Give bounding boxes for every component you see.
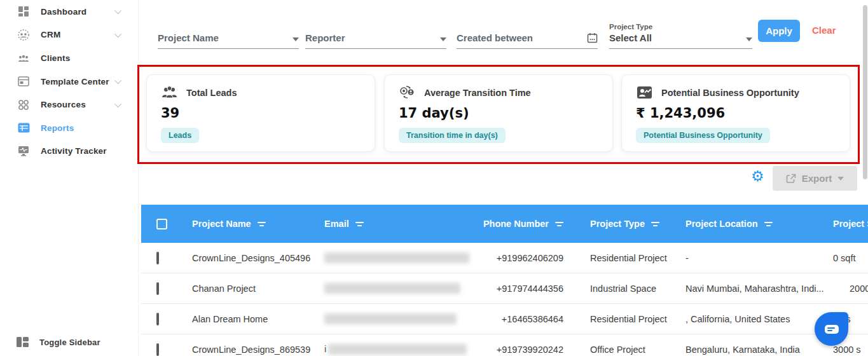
column-header-phone-number[interactable]: Phone Number [435,219,580,229]
cell-phone: +16465386464 [435,314,580,324]
row-checkbox[interactable] [156,313,159,325]
column-header-label: Project Location [685,219,758,229]
crm-icon [17,29,30,41]
chevron-down-icon [440,38,446,41]
stat-card-average-transition-time: Average Transition Time 17 day(s) Transi… [384,74,613,152]
transition-time-icon [399,85,416,100]
chevron-down-icon [746,38,752,41]
cell-project-size: 20000 [819,284,868,294]
redacted-email [324,313,457,324]
chevron-down-icon [114,100,121,107]
cell-project-location: - [685,253,819,263]
sidebar-item-template-center[interactable]: Template Center [0,70,138,93]
stat-card-potential-business-opportunity: Potential Business Opportunity ₹ 1,243,0… [621,74,850,152]
row-checkbox[interactable] [156,343,159,356]
project-name-filter[interactable]: Project Name [158,25,299,49]
column-header-project-size[interactable]: Project Size [819,219,868,229]
column-header-label: Project Name [192,219,251,229]
cell-email: i [322,344,435,355]
chevron-down-icon [837,177,844,181]
chat-launcher-button[interactable] [815,312,848,346]
sidebar: Dashboard CRM Clients Template Center Re… [0,0,139,356]
column-header-label: Project Type [590,219,645,229]
business-opportunity-icon [636,85,653,100]
card-value: 17 day(s) [399,106,598,121]
select-all-checkbox[interactable] [156,219,167,229]
card-title: Potential Business Opportunity [661,88,799,98]
apply-button[interactable]: Apply [758,20,800,42]
cell-project-size: 3000 s [819,345,868,355]
column-header-email[interactable]: Email [322,219,435,229]
scrollbar-thumb[interactable] [863,5,867,179]
sidebar-item-crm[interactable]: CRM [0,24,138,47]
table-row[interactable]: CrownLine_Designs_869539 i +919739920242… [141,334,868,356]
calendar-icon [587,32,598,43]
toggle-sidebar-button[interactable]: Toggle Sidebar [16,336,100,348]
sidebar-item-activity-tracker[interactable]: Activity Tracker [0,140,138,163]
cell-project-location: Navi Mumbai, Maharashtra, Indi... [685,284,819,294]
column-header-project-name[interactable]: Project Name [177,219,322,229]
column-header-project-location[interactable]: Project Location [685,219,819,229]
sidebar-item-clients[interactable]: Clients [0,46,138,70]
sort-filter-icon[interactable] [651,222,659,226]
sidebar-item-label: Reports [41,123,74,133]
cell-project-name: CrownLine_Designs_405496 [177,253,322,263]
sort-filter-icon[interactable] [555,222,563,226]
sidebar-item-label: Activity Tracker [41,146,107,156]
sidebar-item-label: Clients [41,53,70,63]
redacted-email [324,252,469,263]
created-between-filter-label: Created between [457,32,533,43]
cell-project-name: CrownLine_Designs_869539 [177,345,322,355]
table-header-row: Project Name Email Phone Number Project … [141,205,868,243]
cell-project-type: Office Project [580,345,685,355]
sort-filter-icon[interactable] [764,222,773,226]
reports-icon [17,121,30,134]
clear-button[interactable]: Clear [812,25,836,36]
reporter-filter[interactable]: Reporter [305,25,446,49]
row-checkbox[interactable] [156,252,159,264]
sidebar-item-resources[interactable]: Resources [0,93,138,116]
sidebar-item-label: CRM [41,30,60,39]
project-name-filter-label: Project Name [158,32,219,43]
card-badge: Potential Business Opportunity [636,128,770,143]
column-header-label: Email [324,219,349,229]
stat-card-total-leads: Total Leads 39 Leads [146,74,375,152]
sidebar-item-label: Template Center [41,77,109,86]
cell-project-size: 0 sqft [819,253,868,263]
cell-project-type: Industrial Space [580,284,685,294]
row-checkbox[interactable] [156,282,159,295]
sidebar-item-reports[interactable]: Reports [0,116,138,140]
chevron-down-icon [293,38,299,41]
card-badge: Leads [161,128,199,143]
column-header-project-type[interactable]: Project Type [580,219,685,229]
cell-project-type: Residential Project [580,314,685,324]
cell-email [322,313,435,325]
cell-project-location: Bengaluru, Karnataka, India [685,345,819,355]
export-button[interactable]: Export [773,166,857,191]
project-type-filter-value: Select All [609,32,652,43]
redacted-email [328,344,467,355]
resources-icon [17,99,30,111]
project-type-filter[interactable]: Select All [609,25,752,49]
table-row[interactable]: CrownLine_Designs_405496 +919962406209 R… [141,243,868,273]
cell-project-name: Alan Dream Home [177,314,322,324]
card-title: Total Leads [186,88,237,98]
cell-project-type: Residential Project [580,253,685,263]
export-icon [786,174,796,183]
card-value: 39 [161,106,361,121]
table-row[interactable]: Alan Dream Home +16465386464 Residential… [141,304,868,334]
projects-table: Project Name Email Phone Number Project … [141,205,868,356]
column-header-label: Phone Number [483,219,549,229]
column-header-label: Project Size [833,219,868,229]
toggle-sidebar-label: Toggle Sidebar [39,338,100,347]
gear-icon[interactable]: ⚙ [751,169,764,184]
sort-filter-icon[interactable] [355,222,364,226]
redacted-email [324,283,460,294]
created-between-filter[interactable]: Created between [457,25,598,49]
table-row[interactable]: Chanan Project +917974444356 Industrial … [141,273,868,304]
main-content: Project Name Reporter Created between Pr… [139,0,868,356]
sort-filter-icon[interactable] [258,222,266,226]
toggle-sidebar-icon [16,336,29,348]
sidebar-item-dashboard[interactable]: Dashboard [0,0,138,24]
clients-icon [17,51,30,64]
